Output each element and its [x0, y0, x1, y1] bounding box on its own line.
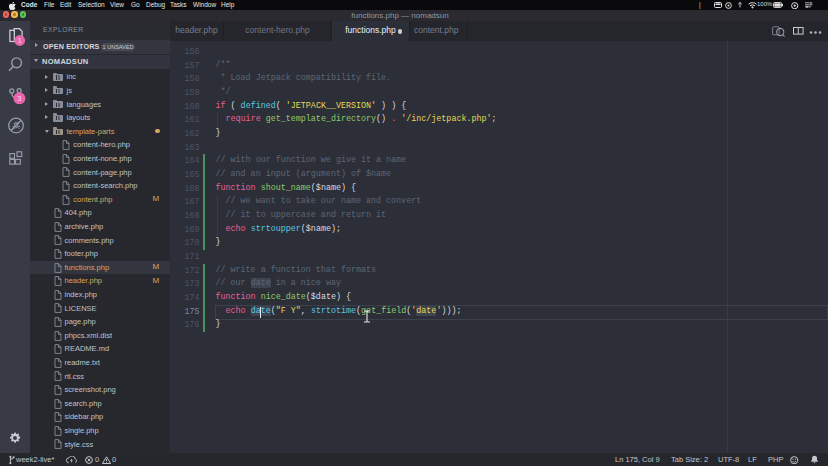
svg-text:1: 1 — [18, 37, 22, 44]
svg-text:3: 3 — [17, 94, 21, 103]
